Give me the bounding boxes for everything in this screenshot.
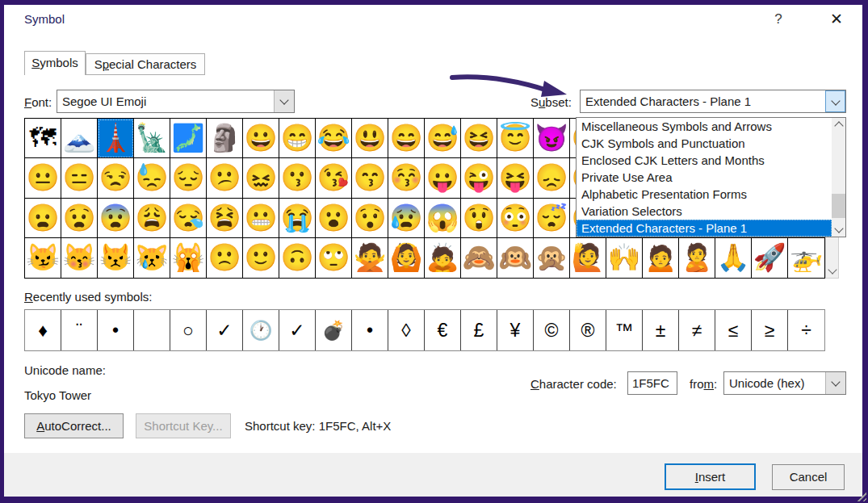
symbol-cell[interactable]: 😯 (352, 199, 388, 238)
symbol-cell[interactable]: 🙀 (170, 238, 207, 278)
symbol-cell[interactable]: 😒 (98, 158, 134, 198)
recent-symbol-cell[interactable] (134, 310, 170, 350)
symbol-cell[interactable]: 🙈 (461, 238, 497, 278)
recent-symbol-cell[interactable]: 🕐 (243, 310, 279, 350)
symbol-cell[interactable]: 🙅 (352, 238, 388, 278)
recent-symbol-cell[interactable]: ✓ (207, 310, 243, 350)
from-combobox[interactable]: Unicode (hex) (723, 371, 846, 395)
symbol-cell[interactable]: 😁 (279, 119, 316, 158)
symbol-cell[interactable]: 🙋 (570, 238, 606, 278)
symbol-cell[interactable]: 🙄 (316, 238, 352, 278)
symbol-cell[interactable]: 🙂 (243, 238, 279, 278)
symbol-cell[interactable]: 😽 (61, 238, 98, 278)
symbol-cell[interactable]: 🗽 (134, 119, 170, 158)
symbol-cell[interactable]: 😩 (134, 199, 170, 238)
recent-symbol-cell[interactable]: ® (570, 310, 606, 350)
symbol-cell[interactable]: 😈 (534, 119, 570, 158)
font-dropdown-button[interactable] (274, 90, 294, 112)
symbol-cell[interactable]: 🙏 (715, 238, 752, 278)
symbol-cell[interactable]: 🗻 (61, 119, 98, 158)
symbol-cell[interactable]: 😧 (61, 199, 98, 238)
scroll-up-button[interactable] (832, 118, 845, 132)
symbol-cell[interactable]: 😴 (534, 199, 570, 238)
recent-symbol-cell[interactable]: ± (643, 310, 679, 350)
symbol-cell[interactable]: 🚀 (752, 238, 788, 278)
symbol-cell[interactable]: 😔 (170, 158, 207, 198)
symbol-cell[interactable]: 😼 (25, 238, 61, 278)
symbol-cell[interactable]: 😆 (461, 119, 497, 158)
symbol-cell[interactable]: 😛 (425, 158, 461, 198)
symbol-cell[interactable]: 😿 (134, 238, 170, 278)
symbol-cell[interactable]: 😃 (352, 119, 388, 158)
subset-option[interactable]: Private Use Area (577, 169, 832, 186)
symbol-cell[interactable]: 🙌 (606, 238, 643, 278)
recent-symbol-cell[interactable]: € (425, 310, 461, 350)
symbol-cell[interactable]: 😗 (279, 158, 316, 198)
recent-symbol-cell[interactable]: ™ (606, 310, 643, 350)
symbol-cell[interactable]: 😰 (388, 199, 425, 238)
symbol-cell[interactable]: 🙊 (534, 238, 570, 278)
help-icon[interactable]: ? (769, 11, 788, 27)
symbol-cell[interactable]: 😓 (134, 158, 170, 198)
symbol-cell[interactable]: 🙆 (388, 238, 425, 278)
symbol-cell[interactable]: 😳 (497, 199, 534, 238)
symbol-cell[interactable]: 🙎 (679, 238, 715, 278)
symbol-cell-selected[interactable]: 🗼 (98, 119, 134, 158)
symbol-cell[interactable]: 😪 (170, 199, 207, 238)
symbol-cell[interactable]: 😄 (388, 119, 425, 158)
font-combobox[interactable]: Segoe UI Emoji (57, 90, 295, 113)
symbol-cell[interactable]: 😚 (388, 158, 425, 198)
symbol-cell[interactable]: 🗾 (170, 119, 207, 158)
symbol-cell[interactable]: 😨 (98, 199, 134, 238)
symbol-cell[interactable]: 😖 (243, 158, 279, 198)
symbol-cell[interactable]: 😐 (25, 158, 61, 198)
symbol-cell[interactable]: 😭 (279, 199, 316, 238)
symbol-cell[interactable]: 😱 (425, 199, 461, 238)
subset-option[interactable]: Miscellaneous Symbols and Arrows (577, 118, 832, 135)
symbol-cell[interactable]: 🙃 (279, 238, 316, 278)
symbol-cell[interactable]: 😞 (534, 158, 570, 198)
subset-option[interactable]: Extended Characters - Plane 1 (577, 220, 832, 237)
recent-symbol-cell[interactable]: 💣 (316, 310, 352, 350)
symbol-cell[interactable]: 🙁 (207, 238, 243, 278)
scroll-down-button[interactable] (832, 223, 845, 237)
subset-option[interactable]: CJK Symbols and Punctuation (577, 135, 832, 152)
recent-symbol-cell[interactable]: • (352, 310, 388, 350)
symbol-cell[interactable]: 😀 (243, 119, 279, 158)
symbol-cell[interactable]: 🙇 (425, 238, 461, 278)
symbol-cell[interactable]: 😜 (461, 158, 497, 198)
scrollbar-thumb[interactable] (832, 194, 845, 218)
cancel-button[interactable]: Cancel (772, 464, 845, 490)
symbol-cell[interactable]: 😑 (61, 158, 98, 198)
symbol-cell[interactable]: 😬 (243, 199, 279, 238)
symbol-cell[interactable]: 🙍 (643, 238, 679, 278)
symbol-cell[interactable]: 😮 (316, 199, 352, 238)
symbol-cell[interactable]: 😕 (207, 158, 243, 198)
autocorrect-button[interactable]: AutoCorrect... (24, 413, 124, 438)
recent-symbol-cell[interactable]: ◊ (388, 310, 425, 350)
symbol-cell[interactable]: 😅 (425, 119, 461, 158)
subset-option[interactable]: Enclosed CJK Letters and Months (577, 152, 832, 169)
subset-option[interactable]: Alphabetic Presentation Forms (577, 186, 832, 203)
symbol-cell[interactable]: 😫 (207, 199, 243, 238)
recent-symbol-cell[interactable]: ÷ (788, 310, 824, 350)
subset-dropdown-button[interactable] (825, 90, 845, 112)
tab-special-characters[interactable]: Special Characters (86, 53, 205, 75)
character-code-input[interactable] (627, 371, 677, 395)
symbol-cell[interactable]: 😘 (316, 158, 352, 198)
insert-button[interactable]: Insert (665, 463, 756, 490)
symbol-cell[interactable]: 🙉 (497, 238, 534, 278)
symbol-cell[interactable]: 😂 (316, 119, 352, 158)
symbol-cell[interactable]: 😝 (497, 158, 534, 198)
subset-option[interactable]: Variation Selectors (577, 203, 832, 220)
recent-symbol-cell[interactable]: ≤ (715, 310, 752, 350)
symbol-cell[interactable]: 🗺 (25, 119, 61, 158)
recent-symbol-cell[interactable]: • (98, 310, 134, 350)
symbol-cell[interactable]: 😲 (461, 199, 497, 238)
symbol-cell[interactable]: 😦 (25, 199, 61, 238)
recent-symbol-cell[interactable]: ≥ (752, 310, 788, 350)
recent-symbol-cell[interactable]: ¥ (497, 310, 534, 350)
from-dropdown-button[interactable] (825, 372, 845, 394)
recent-symbol-cell[interactable]: ¨ (61, 310, 98, 350)
recent-symbol-cell[interactable]: ○ (170, 310, 207, 350)
